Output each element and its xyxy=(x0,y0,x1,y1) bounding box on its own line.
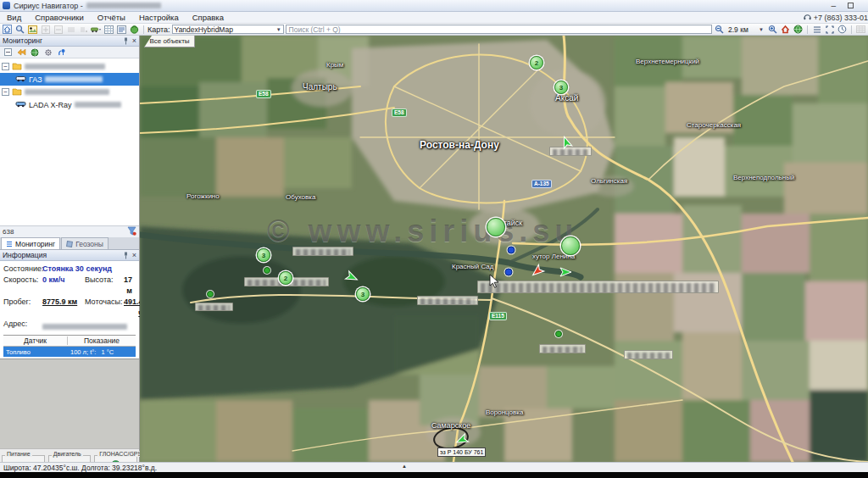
menu-bar-items: ВидСправочникиОтчётыНастройкаСправка xyxy=(0,13,231,22)
shop-icon[interactable] xyxy=(129,25,140,35)
maximize-button[interactable] xyxy=(848,3,854,8)
menu-item[interactable]: Справка xyxy=(186,13,231,22)
table-icon[interactable] xyxy=(103,25,114,35)
expand-tree-icon[interactable] xyxy=(40,25,51,35)
speed-value: 0 км/ч xyxy=(42,275,85,297)
tree-expander-icon[interactable]: − xyxy=(2,63,9,70)
pin-icon[interactable] xyxy=(123,252,129,259)
vehicle-direction-arrow[interactable] xyxy=(345,270,359,287)
grid-icon[interactable] xyxy=(855,25,866,35)
road-badge: E115 xyxy=(489,312,507,320)
vehicle-direction-arrow-alert[interactable] xyxy=(531,264,544,281)
vehicle-cluster-marker[interactable]: 2 xyxy=(530,56,543,69)
vehicle-cluster-marker[interactable] xyxy=(561,236,580,255)
vehicle-point-marker[interactable] xyxy=(264,267,270,274)
place-label: Чалтырь xyxy=(303,82,337,92)
search-input[interactable]: Поиск (Ctrl + Q) xyxy=(286,25,712,34)
pin-icon[interactable] xyxy=(123,37,129,45)
left-dock-panel: Мониторинг × −ГАЗ−LADA X-Ray 638 Монитор… xyxy=(0,36,140,462)
vehicle-plate-label[interactable]: эз Р 140 БУ 761 xyxy=(437,447,486,457)
vehicle-cluster-marker[interactable]: 2 xyxy=(279,271,292,285)
support-phone-number: +7 (863) 333-01 xyxy=(814,14,868,22)
place-label: Красный Сад xyxy=(452,263,493,270)
sensor-table: Датчик Показание Топливо100 л; t°: 1 °C xyxy=(3,335,136,357)
vehicle-name-label-redacted[interactable] xyxy=(417,296,478,305)
folder-icon xyxy=(12,62,22,72)
poi-marker[interactable] xyxy=(505,269,513,276)
sensor-name: Топливо xyxy=(3,348,68,356)
home-icon[interactable] xyxy=(2,25,13,35)
follow-icon[interactable] xyxy=(16,47,26,57)
coordinates-readout: Широта: 47.20435°с.ш. Долгота: 39.23218°… xyxy=(3,464,157,472)
vehicle-name-label-redacted[interactable] xyxy=(624,350,673,359)
speed-label: Скорость: xyxy=(3,275,42,297)
search-icon[interactable] xyxy=(14,25,25,35)
filter-funnel-icon[interactable] xyxy=(127,226,136,237)
tree-group-row[interactable]: − xyxy=(0,60,139,73)
go-home-icon[interactable] xyxy=(780,25,791,35)
menu-item[interactable]: Настройка xyxy=(132,13,186,22)
application-window: Сириус Навигатор - – ВидСправочникиОтчёт… xyxy=(0,0,868,478)
vehicle-name-label-redacted[interactable] xyxy=(477,281,719,293)
vehicle-icon xyxy=(15,75,26,84)
tree-item-redacted xyxy=(25,89,109,95)
mileage-label: Пробег: xyxy=(3,297,42,319)
tab-monitoring[interactable]: Мониторинг xyxy=(1,237,60,249)
vehicle-point-marker[interactable] xyxy=(555,331,562,337)
globe-icon[interactable] xyxy=(793,25,804,35)
tab-monitoring-label: Мониторинг xyxy=(15,240,55,248)
vehicle-cluster-marker[interactable]: 3 xyxy=(554,81,568,94)
menu-item[interactable]: Отчёты xyxy=(91,13,132,22)
tree-vehicle-row[interactable]: ГАЗ xyxy=(0,73,139,86)
vehicle-direction-arrow[interactable] xyxy=(559,136,573,153)
sensor-table-row[interactable]: Топливо100 л; t°: 1 °C xyxy=(3,347,136,357)
tab-geozones[interactable]: Геозоны xyxy=(61,237,108,249)
toolbar-separator xyxy=(807,25,808,34)
settings-gear-icon[interactable] xyxy=(43,47,53,57)
map-scale-select[interactable]: 2.9 км ▼ xyxy=(726,25,765,34)
map-view[interactable]: Все объекты © www.sirius.su Ростов-на-До… xyxy=(140,36,868,462)
report-icon[interactable] xyxy=(116,25,127,35)
menu-item[interactable]: Справочники xyxy=(28,13,91,22)
sensor-col-header[interactable]: Датчик xyxy=(3,336,68,345)
minimize-button[interactable]: – xyxy=(831,3,836,9)
tree-group-row[interactable]: − xyxy=(0,86,139,98)
tree-vehicle-row[interactable]: LADA X-Ray xyxy=(0,98,139,111)
zoom-in-icon[interactable] xyxy=(767,25,778,35)
map-provider-select[interactable]: YandexHybridMap ▼ xyxy=(172,25,284,34)
image-icon[interactable] xyxy=(27,25,38,35)
search-placeholder: Поиск (Ctrl + Q) xyxy=(289,25,341,34)
reading-col-header[interactable]: Показание xyxy=(68,336,136,345)
tracker-icon[interactable] xyxy=(57,47,67,57)
statusbar-grip[interactable]: ▲ xyxy=(402,464,407,469)
clear-selection-icon[interactable] xyxy=(78,25,89,35)
state-value: Стоянка 30 секунд xyxy=(42,264,136,275)
zoom-out-icon[interactable] xyxy=(714,25,725,35)
collapse-all-icon[interactable] xyxy=(3,47,13,57)
vehicle-point-marker[interactable] xyxy=(207,291,214,297)
vehicle-menu-icon[interactable] xyxy=(91,25,102,35)
menu-item[interactable]: Вид xyxy=(0,13,28,22)
vehicle-direction-arrow[interactable] xyxy=(559,265,572,282)
close-icon[interactable]: × xyxy=(132,251,136,259)
poi-marker[interactable] xyxy=(508,247,515,254)
window-title-redacted xyxy=(86,3,161,8)
globe-small-icon[interactable] xyxy=(30,47,40,57)
vehicle-name-label-redacted[interactable] xyxy=(292,247,353,256)
history-clock-icon[interactable] xyxy=(837,25,848,35)
watermark: © www.sirius.su xyxy=(267,214,578,249)
vehicle-cluster-marker[interactable]: 3 xyxy=(356,287,370,301)
mileage-value[interactable]: 8775.9 км xyxy=(42,297,85,319)
select-all-icon[interactable] xyxy=(65,25,76,35)
collapse-tree-icon[interactable] xyxy=(53,25,64,35)
toolbar-separator xyxy=(143,25,144,34)
tree-expander-icon[interactable]: − xyxy=(2,88,9,96)
vehicle-cluster-marker[interactable]: 3 xyxy=(257,248,270,262)
fit-bounds-icon[interactable] xyxy=(824,25,835,35)
vehicle-name-label-redacted[interactable] xyxy=(539,344,586,353)
close-icon[interactable]: × xyxy=(132,36,136,45)
vehicle-name-label-redacted[interactable] xyxy=(195,303,233,311)
vehicle-icon xyxy=(15,100,26,109)
vehicle-cluster-marker[interactable] xyxy=(487,218,505,236)
list-icon[interactable] xyxy=(811,25,822,35)
